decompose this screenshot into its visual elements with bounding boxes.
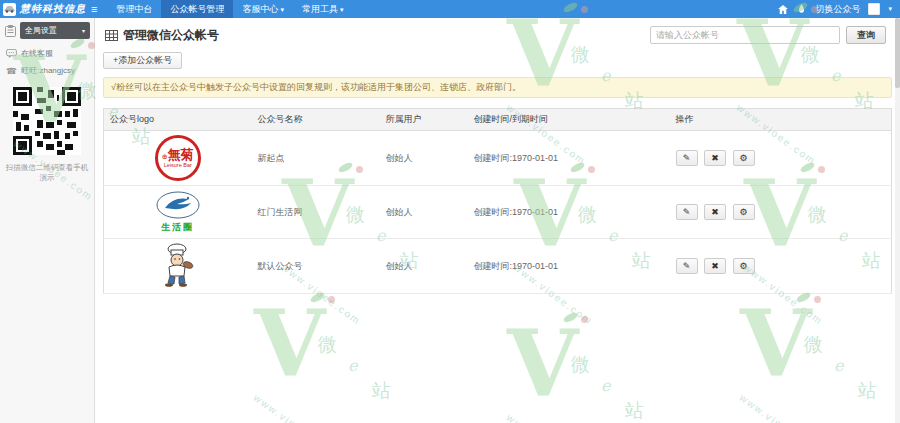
edit-button[interactable]: ✎ (676, 258, 698, 274)
chevron-down-icon: ▾ (280, 6, 284, 13)
nav-item-console[interactable]: 管理中台 (107, 0, 161, 18)
col-header-actions: 操作 (670, 109, 892, 131)
avatar[interactable] (868, 3, 880, 15)
global-settings-button[interactable]: 全局设置 ▾ (20, 22, 90, 39)
delete-button[interactable]: ✖ (704, 258, 726, 274)
chevron-down-icon: ▾ (340, 6, 344, 13)
settings-button[interactable]: ⚙ (733, 204, 755, 220)
account-created: 创建时间:1970-01-01 (468, 186, 670, 239)
edit-button[interactable]: ✎ (676, 204, 698, 220)
qr-code (13, 87, 81, 157)
table-row: ⊕無菊 Leisure Bar 新起点 创始人 创建时间:1970-01-01 … (104, 131, 892, 186)
phone-icon: ☎ (6, 66, 17, 76)
sidebar: 全局设置 ▾ 在线客服 ☎ 旺旺:zhangjcsy (0, 18, 95, 423)
top-navbar: 慧特科技信息 ≡ 管理中台 公众帐号管理 客服中心▾ 常用工具▾ 切换公众号 ▾ (0, 0, 900, 18)
nav-item-service-center[interactable]: 客服中心▾ (233, 0, 293, 18)
account-name: 红门生活网 (252, 186, 380, 239)
add-account-button[interactable]: +添加公众帐号 (103, 52, 182, 69)
sidebar-item-online-service[interactable]: 在线客服 (0, 45, 94, 62)
delete-button[interactable]: ✖ (704, 150, 726, 166)
sidebar-item-label: 旺旺:zhangjcsy (21, 65, 75, 76)
account-owner: 创始人 (380, 131, 468, 186)
col-header-created: 创建时间/到期时间 (468, 109, 670, 131)
col-header-logo: 公众号logo (104, 109, 252, 131)
account-owner: 创始人 (380, 239, 468, 294)
clipboard-icon (5, 25, 16, 37)
edit-button[interactable]: ✎ (676, 150, 698, 166)
col-header-name: 公众号名称 (252, 109, 380, 131)
account-created: 创建时间:1970-01-01 (468, 239, 670, 294)
nav-item-tools[interactable]: 常用工具▾ (293, 0, 353, 18)
brand-logo[interactable] (3, 3, 16, 16)
scrollbar-thumb[interactable] (895, 18, 900, 88)
main-content: 管理微信公众帐号 查询 +添加公众帐号 √粉丝可以在主公众号中触发子公众号中设置… (95, 18, 900, 423)
nav-item-account-manage[interactable]: 公众帐号管理 (161, 0, 233, 18)
table-header-row: 公众号logo 公众号名称 所属用户 创建时间/到期时间 操作 (104, 109, 892, 131)
scrollbar[interactable] (895, 18, 900, 423)
home-icon[interactable] (777, 4, 788, 15)
account-owner: 创始人 (380, 186, 468, 239)
table-row: 生活圈 红门生活网 创始人 创建时间:1970-01-01 ✎ ✖ ⚙ (104, 186, 892, 239)
settings-button[interactable]: ⚙ (733, 150, 755, 166)
search-input[interactable] (650, 26, 840, 44)
account-name: 默认公众号 (252, 239, 380, 294)
chevron-down-icon: ▾ (82, 27, 85, 34)
search-button[interactable]: 查询 (846, 26, 886, 44)
page-title: 管理微信公众帐号 (123, 27, 219, 44)
sidebar-item-label: 在线客服 (21, 48, 53, 59)
table-grid-icon (105, 30, 118, 41)
delete-button[interactable]: ✖ (704, 204, 726, 220)
chat-bubble-icon (6, 49, 17, 58)
account-logo-life-circle: 生活圈 (155, 190, 201, 234)
qr-caption: 扫描微信二维码查看手机演示 (0, 163, 94, 183)
notice-banner: √粉丝可以在主公众号中触发子公众号中设置的回复规则，该功能适用于集团公司、连锁店… (103, 77, 892, 98)
topbar-right: 切换公众号 ▾ (777, 3, 900, 16)
switch-account-link[interactable]: 切换公众号 (815, 3, 860, 16)
car-icon (4, 5, 15, 13)
accounts-table: 公众号logo 公众号名称 所属用户 创建时间/到期时间 操作 ⊕無菊 Leis… (103, 108, 892, 294)
sidebar-item-wangwang[interactable]: ☎ 旺旺:zhangjcsy (0, 62, 94, 79)
settings-button[interactable]: ⚙ (733, 258, 755, 274)
table-row: 默认公众号 创始人 创建时间:1970-01-01 ✎ ✖ ⚙ (104, 239, 892, 294)
account-logo-chef (157, 243, 199, 289)
brand-name[interactable]: 慧特科技信息 (20, 2, 86, 16)
account-logo-leisure-bar: ⊕無菊 Leisure Bar (155, 135, 201, 181)
col-header-owner: 所属用户 (380, 109, 468, 131)
hamburger-menu-icon[interactable]: ≡ (91, 3, 97, 15)
chevron-down-icon[interactable]: ▾ (888, 5, 892, 13)
notification-icon[interactable] (796, 4, 807, 15)
account-created: 创建时间:1970-01-01 (468, 131, 670, 186)
account-name: 新起点 (252, 131, 380, 186)
main-nav: 管理中台 公众帐号管理 客服中心▾ 常用工具▾ (107, 0, 352, 18)
